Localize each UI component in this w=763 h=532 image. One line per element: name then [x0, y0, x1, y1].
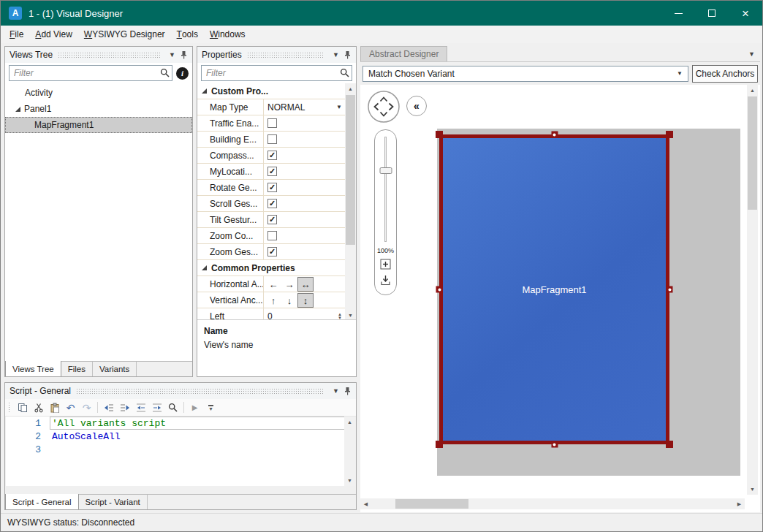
property-row-traffic[interactable]: Traffic Ena... — [197, 115, 345, 132]
variant-combobox[interactable]: Match Chosen Variant ▼ — [362, 66, 688, 82]
dock-menu-icon[interactable]: ▼ — [330, 387, 342, 395]
views-filter-input[interactable] — [9, 65, 172, 81]
dock-menu-icon[interactable]: ▼ — [166, 51, 178, 58]
tree-item-mapfragment1[interactable]: MapFragment1 — [5, 117, 192, 133]
anchor-top-button[interactable]: ↑ — [265, 293, 281, 308]
checkbox[interactable] — [267, 118, 277, 128]
property-row-mylocation[interactable]: MyLocati... — [197, 164, 345, 180]
tab-views-tree[interactable]: Views Tree — [5, 361, 61, 376]
scale-to-fit-icon[interactable] — [379, 274, 392, 286]
scrollbar-down-icon[interactable]: ▼ — [747, 484, 758, 495]
script-editor[interactable]: 1 'All variants script 2 AutoScaleAll 3 — [6, 417, 346, 486]
shift-right-icon[interactable] — [149, 400, 164, 415]
scrollbar-up-icon[interactable]: ▲ — [345, 83, 356, 94]
category-common-properties[interactable]: Common Properties — [197, 260, 345, 276]
selection-handle-bottom-left[interactable] — [436, 441, 443, 448]
cut-icon[interactable] — [31, 400, 46, 415]
tree-item-panel1[interactable]: Panel1 — [5, 101, 192, 117]
property-row-compass[interactable]: Compass... — [197, 148, 345, 164]
menu-item-wysiwyg-designer[interactable]: WYSIWYG Designer — [78, 26, 171, 43]
zoom-slider[interactable] — [375, 137, 396, 242]
code-text[interactable]: 'All variants script — [50, 417, 346, 430]
script-scrollbar[interactable]: ▲ ▼ — [344, 417, 355, 486]
maximize-button[interactable] — [695, 1, 729, 26]
map-view[interactable]: MapFragment1 — [439, 134, 669, 444]
menu-item-file[interactable]: File — [4, 26, 29, 43]
code-text[interactable] — [50, 443, 346, 456]
tab-abstract-designer[interactable]: Abstract Designer — [360, 46, 447, 61]
checkbox[interactable] — [267, 151, 277, 160]
collapse-button[interactable]: « — [406, 96, 427, 116]
category-custom-properties[interactable]: Custom Pro... — [197, 83, 345, 99]
checkbox[interactable] — [267, 134, 277, 144]
selection-handle-top-left[interactable] — [436, 131, 443, 138]
map-type-dropdown[interactable]: NORMAL ▼ — [263, 99, 345, 115]
scrollbar-right-icon[interactable]: ▶ — [734, 498, 745, 509]
anchor-bottom-button[interactable]: ↓ — [281, 293, 297, 308]
design-canvas[interactable]: « 100% MapFragment1 — [360, 85, 760, 512]
minimize-button[interactable] — [661, 1, 695, 26]
scrollbar-up-icon[interactable]: ▲ — [747, 85, 758, 96]
pin-icon[interactable] — [178, 50, 192, 59]
selection-handle-bottom-right[interactable] — [666, 441, 673, 448]
scrollbar-thumb[interactable] — [395, 499, 468, 509]
tab-script-variant[interactable]: Script - Variant — [79, 495, 148, 509]
anchor-both-horizontal-button[interactable]: ↔ — [297, 277, 314, 292]
scrollbar-up-icon[interactable]: ▲ — [344, 417, 355, 428]
zoom-slider-thumb[interactable] — [379, 167, 392, 174]
scrollbar-thumb[interactable] — [346, 95, 355, 245]
property-row-vertical-anchor[interactable]: Vertical Anc... ↑ ↓ ↕ — [197, 292, 345, 308]
anchor-right-button[interactable]: → — [281, 277, 297, 292]
property-row-rotate[interactable]: Rotate Ge... — [197, 180, 345, 196]
menu-item-add-view[interactable]: Add View — [29, 26, 78, 43]
property-row-horizontal-anchor[interactable]: Horizontal A... ← → ↔ — [197, 276, 345, 292]
pin-icon[interactable] — [342, 387, 356, 395]
tree-item-activity[interactable]: Activity — [5, 85, 192, 101]
menu-item-windows[interactable]: Windows — [204, 26, 251, 43]
redo-icon[interactable]: ↷ — [79, 400, 94, 415]
property-row-map-type[interactable]: Map Type NORMAL ▼ — [197, 99, 345, 115]
property-row-scroll[interactable]: Scroll Ges... — [197, 196, 345, 212]
pan-control[interactable] — [367, 90, 401, 123]
checkbox[interactable] — [267, 199, 277, 208]
property-row-tilt[interactable]: Tilt Gestur... — [197, 212, 345, 228]
indent-icon[interactable] — [117, 400, 132, 415]
anchor-both-vertical-button[interactable]: ↕ — [297, 293, 314, 308]
copy-icon[interactable] — [15, 400, 30, 415]
tab-variants[interactable]: Variants — [93, 362, 137, 376]
selection-handle-top-center[interactable] — [551, 132, 558, 138]
dock-menu-icon[interactable]: ▼ — [330, 51, 342, 58]
tab-script-general[interactable]: Script - General — [5, 494, 79, 509]
selection-handle-top-right[interactable] — [666, 131, 673, 138]
properties-filter-input[interactable] — [201, 65, 352, 81]
properties-scrollbar[interactable]: ▲ ▼ — [345, 83, 356, 321]
checkbox[interactable] — [267, 167, 277, 176]
zoom-reset-icon[interactable] — [379, 258, 392, 270]
toolbar-overflow-icon[interactable]: ▾ — [203, 400, 219, 415]
canvas-horizontal-scrollbar[interactable]: ◀ ▶ — [360, 498, 745, 509]
checkbox[interactable] — [267, 183, 277, 192]
tab-list-chevron-icon[interactable]: ▼ — [748, 50, 755, 58]
checkbox[interactable] — [267, 215, 277, 224]
scrollbar-down-icon[interactable]: ▼ — [344, 475, 355, 486]
property-row-zoom-gestures[interactable]: Zoom Ges... — [197, 244, 345, 260]
zoom-slider-track[interactable] — [384, 137, 387, 242]
close-button[interactable]: × — [729, 1, 762, 26]
search-icon[interactable] — [165, 400, 181, 415]
menu-item-tools[interactable]: Tools — [171, 26, 204, 43]
run-icon[interactable]: ▶ — [187, 400, 202, 415]
check-anchors-button[interactable]: Check Anchors — [692, 65, 758, 83]
scrollbar-left-icon[interactable]: ◀ — [360, 498, 371, 509]
tab-files[interactable]: Files — [61, 362, 93, 376]
property-row-zoom-controls[interactable]: Zoom Co... — [197, 228, 345, 244]
pin-icon[interactable] — [342, 50, 356, 59]
info-button[interactable]: i — [176, 67, 189, 80]
checkbox[interactable] — [267, 231, 277, 240]
expander-icon[interactable] — [15, 106, 21, 113]
scrollbar-thumb[interactable] — [748, 96, 757, 210]
selection-handle-middle-right[interactable] — [667, 286, 673, 293]
outdent-icon[interactable] — [101, 400, 116, 415]
spinner-icons[interactable]: ▲▼ — [338, 313, 342, 320]
paste-icon[interactable] — [47, 400, 62, 415]
checkbox[interactable] — [267, 247, 277, 256]
